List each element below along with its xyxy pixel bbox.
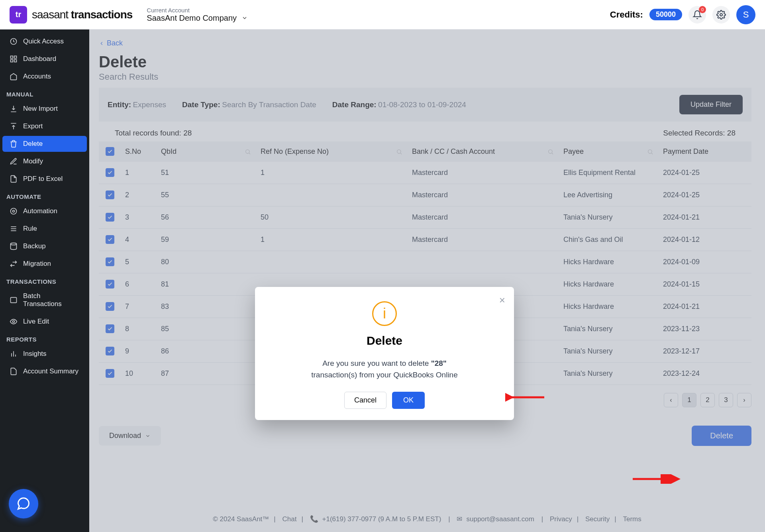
brand-name-light: saasant: [32, 8, 68, 21]
current-account-label: Current Account: [147, 7, 248, 14]
modal-message: Are you sure you want to delete "28" tra…: [266, 358, 503, 381]
confirm-delete-modal: × i Delete Are you sure you want to dele…: [255, 287, 514, 420]
info-icon: i: [372, 301, 397, 326]
credits-value: 50000: [649, 9, 682, 20]
sidebar-item-pdf-excel[interactable]: PDF to Excel: [2, 171, 87, 187]
sidebar-item-label: Automation: [23, 207, 57, 215]
sidebar-item-automation[interactable]: Automation: [2, 203, 87, 219]
sidebar-section-reports: REPORTS: [0, 330, 89, 345]
sidebar-item-accounts[interactable]: Accounts: [2, 69, 87, 84]
sidebar-item-label: Accounts: [23, 73, 51, 80]
gear-icon: [716, 10, 726, 20]
sidebar-item-label: Live Edit: [23, 318, 49, 326]
brand-logo: tr: [10, 6, 27, 24]
svg-point-11: [11, 243, 17, 245]
sidebar-item-migration[interactable]: Migration: [2, 256, 87, 272]
modal-title: Delete: [266, 334, 503, 347]
modal-close-button[interactable]: ×: [499, 294, 505, 306]
svg-rect-3: [14, 56, 17, 59]
sidebar-item-backup[interactable]: Backup: [2, 238, 87, 254]
sidebar-item-label: Quick Access: [23, 37, 64, 45]
sidebar-item-insights[interactable]: Insights: [2, 346, 87, 362]
sidebar-item-label: Delete: [23, 140, 43, 148]
chevron-down-icon: [241, 15, 248, 21]
company-name: SaasAnt Demo Company: [147, 14, 237, 23]
svg-rect-4: [11, 60, 13, 62]
sidebar-item-label: Modify: [23, 157, 43, 165]
chat-widget-button[interactable]: [9, 489, 38, 518]
sidebar-section-automate: AUTOMATE: [0, 188, 89, 202]
sidebar-item-label: Account Summary: [23, 367, 78, 375]
annotation-arrow-ok: [505, 393, 545, 402]
avatar[interactable]: S: [736, 5, 755, 24]
sidebar-item-label: Migration: [23, 260, 51, 268]
sidebar-item-account-summary[interactable]: Account Summary: [2, 363, 87, 379]
svg-rect-14: [11, 297, 17, 302]
credits-label: Credits:: [610, 10, 643, 20]
settings-button[interactable]: [712, 6, 730, 24]
annotation-arrow-delete: [632, 474, 681, 484]
sidebar: Quick Access Dashboard Accounts MANUAL N…: [0, 29, 89, 532]
brand-name-bold: transactions: [71, 8, 133, 21]
company-selector[interactable]: SaasAnt Demo Company: [147, 14, 248, 23]
sidebar-section-transactions: TRANSACTIONS: [0, 273, 89, 287]
sidebar-item-new-import[interactable]: New Import: [2, 101, 87, 117]
sidebar-item-label: PDF to Excel: [23, 175, 63, 183]
sidebar-item-delete[interactable]: Delete: [2, 136, 87, 152]
svg-point-0: [720, 14, 722, 16]
svg-rect-5: [14, 60, 17, 62]
chat-icon: [16, 497, 31, 511]
sidebar-item-label: Rule: [23, 225, 37, 233]
sidebar-item-modify[interactable]: Modify: [2, 153, 87, 169]
sidebar-item-label: Backup: [23, 242, 46, 250]
notification-badge: 0: [699, 6, 706, 13]
sidebar-item-export[interactable]: Export: [2, 118, 87, 134]
notifications-button[interactable]: 0: [688, 6, 706, 24]
modal-cancel-button[interactable]: Cancel: [344, 392, 386, 409]
modal-ok-button[interactable]: OK: [392, 392, 425, 409]
svg-point-15: [13, 321, 15, 323]
svg-point-6: [13, 210, 15, 212]
sidebar-item-label: Export: [23, 122, 43, 130]
sidebar-item-label: Dashboard: [23, 55, 56, 63]
sidebar-item-label: New Import: [23, 105, 58, 113]
sidebar-item-dashboard[interactable]: Dashboard: [2, 51, 87, 67]
svg-point-7: [11, 208, 17, 214]
sidebar-item-rule[interactable]: Rule: [2, 221, 87, 237]
brand-name: saasant transactions: [32, 8, 132, 21]
sidebar-section-manual: MANUAL: [0, 85, 89, 100]
sidebar-item-batch[interactable]: Batch Transactions: [2, 288, 87, 312]
sidebar-item-label: Insights: [23, 350, 47, 358]
sidebar-item-live-edit[interactable]: Live Edit: [2, 314, 87, 330]
modal-overlay: [89, 29, 765, 532]
svg-rect-2: [11, 56, 13, 59]
sidebar-item-quick-access[interactable]: Quick Access: [2, 33, 87, 49]
sidebar-item-label: Batch Transactions: [23, 292, 80, 308]
